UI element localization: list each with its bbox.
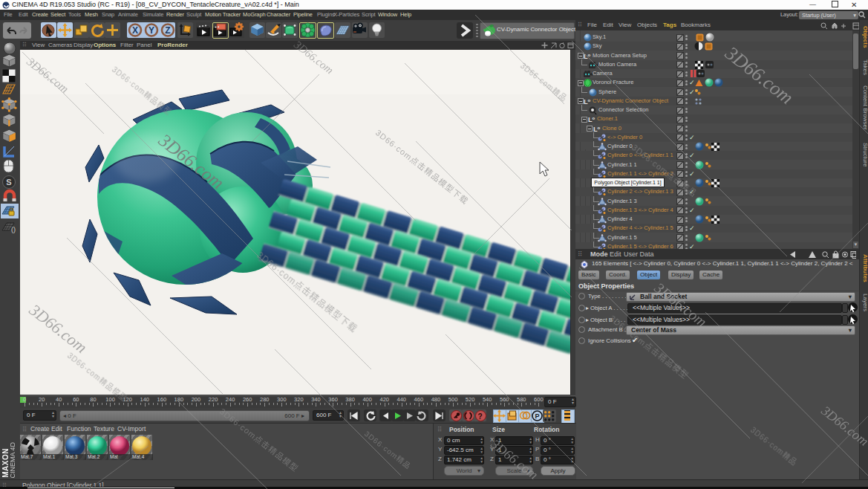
svg-text:?: ? — [477, 412, 482, 421]
svg-text:(): () — [11, 226, 16, 233]
svg-text:X: X — [132, 25, 138, 36]
svg-text:Z: Z — [165, 25, 170, 36]
svg-text:P: P — [535, 412, 539, 420]
svg-text:S: S — [6, 178, 11, 187]
svg-text:Y: Y — [149, 25, 154, 36]
